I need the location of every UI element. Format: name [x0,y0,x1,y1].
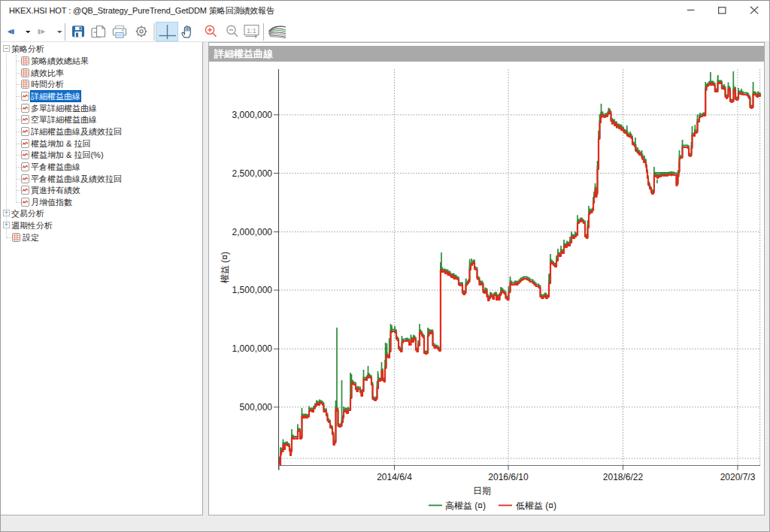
svg-text:2018/6/22: 2018/6/22 [603,472,644,482]
svg-text:1,500,000: 1,500,000 [232,285,273,295]
svg-text:3,000,000: 3,000,000 [232,110,273,120]
svg-text:2,000,000: 2,000,000 [232,227,273,237]
svg-text:2,500,000: 2,500,000 [232,168,273,179]
svg-text:權益 (¤): 權益 (¤) [220,252,230,283]
svg-text:2016/6/10: 2016/6/10 [488,472,529,482]
svg-text:2020/7/3: 2020/7/3 [720,472,756,482]
svg-text:高權益 (¤): 高權益 (¤) [445,500,486,511]
svg-text:日期: 日期 [473,485,491,496]
svg-text:500,000: 500,000 [240,402,273,413]
svg-text:1,000,000: 1,000,000 [232,343,273,354]
svg-text:2014/6/4: 2014/6/4 [377,472,412,482]
svg-text:低權益 (¤): 低權益 (¤) [516,500,556,511]
svg-text:1:1: 1:1 [247,26,256,35]
